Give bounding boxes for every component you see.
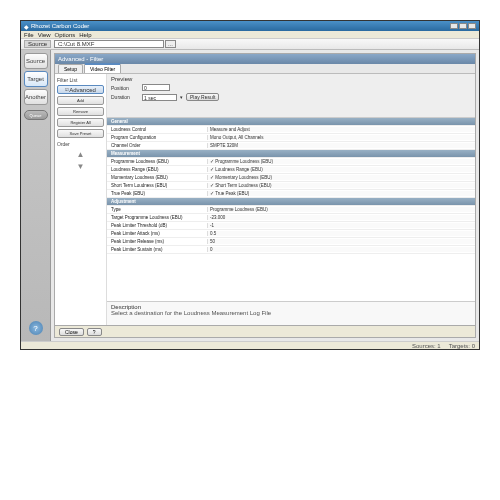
duration-dropdown-icon[interactable]: ▾ — [180, 94, 183, 100]
grid-key: Short Term Loudness (EBU) — [107, 183, 207, 188]
grid-key: Measurement — [107, 151, 207, 156]
duration-select[interactable]: 1 sec — [142, 94, 177, 101]
grid-section-header[interactable]: Adjustment — [107, 198, 475, 206]
menu-file[interactable]: File — [24, 32, 34, 38]
order-up-button[interactable]: ▲ — [57, 149, 104, 159]
grid-row[interactable]: Loudness Range (EBU)✓ Loudness Range (EB… — [107, 166, 475, 174]
status-targets: Targets: 0 — [449, 343, 475, 349]
description-text: Select a destination for the Loudness Me… — [111, 310, 471, 316]
status-sources: Sources: 1 — [412, 343, 441, 349]
queue-button[interactable]: Queue — [24, 110, 48, 120]
grid-key: True Peak (EBU) — [107, 191, 207, 196]
add-button[interactable]: Add — [57, 96, 104, 105]
grid-key: Loudness Range (EBU) — [107, 167, 207, 172]
help-button[interactable]: ? — [87, 328, 102, 336]
grid-value[interactable]: Mono Output, All Channels — [207, 135, 475, 140]
grid-key: General — [107, 119, 207, 124]
filter-list-label: Filter List — [57, 77, 104, 83]
grid-row[interactable]: Peak Limiter Attack (ms)0.5 — [107, 230, 475, 238]
window-title: Rhozet Carbon Coder — [31, 23, 89, 29]
order-label: Order — [57, 141, 104, 147]
status-bar: Sources: 1 Targets: 0 — [21, 341, 479, 349]
title-bar: ◆ Rhozet Carbon Coder — [21, 21, 479, 31]
grid-row[interactable]: Programme Loudness (EBU)✓ Programme Loud… — [107, 158, 475, 166]
minimize-button[interactable] — [450, 23, 458, 29]
grid-key: Program Configuration — [107, 135, 207, 140]
tab-video-filter[interactable]: Video Filter — [84, 63, 121, 73]
grid-section-header[interactable]: General — [107, 118, 475, 126]
grid-key: Peak Limiter Sustain (ms) — [107, 247, 207, 252]
grid-row[interactable]: Peak Limiter Sustain (ms)0 — [107, 246, 475, 254]
grid-value[interactable]: Programme Loudness (EBU) — [207, 207, 475, 212]
grid-value[interactable]: 50 — [207, 239, 475, 244]
main-panel: Advanced - Filter Setup Video Filter Fil… — [54, 53, 476, 338]
grid-value[interactable]: ✓ Loudness Range (EBU) — [207, 167, 475, 172]
grid-row[interactable]: Short Term Loudness (EBU)✓ Short Term Lo… — [107, 182, 475, 190]
position-label: Position — [111, 85, 139, 91]
register-all-button[interactable]: Register All — [57, 118, 104, 127]
position-input[interactable]: 0 — [142, 84, 170, 91]
left-column: Filter List ☑ Advanced Add Remove Regist… — [55, 74, 107, 325]
grid-value[interactable]: SMPTE 320M — [207, 143, 475, 148]
save-preset-button[interactable]: Save Preset — [57, 129, 104, 138]
source-label: Source — [24, 40, 51, 48]
grid-key: Loudness Control — [107, 127, 207, 132]
close-button[interactable]: Close — [59, 328, 84, 336]
grid-value[interactable]: -1 — [207, 223, 475, 228]
property-grid: GeneralLoudness ControlMeasure and Adjus… — [107, 118, 475, 301]
menu-view[interactable]: View — [38, 32, 51, 38]
order-down-button[interactable]: ▼ — [57, 161, 104, 171]
tab-setup[interactable]: Setup — [58, 64, 83, 73]
help-icon[interactable]: ? — [29, 321, 43, 335]
duration-label: Duration — [111, 94, 139, 100]
preview-zone: Preview Position 0 Duration 1 sec ▾ Play… — [107, 74, 475, 118]
bottom-row: Close ? — [55, 325, 475, 337]
advanced-toggle[interactable]: ☑ Advanced — [57, 85, 104, 94]
grid-row[interactable]: Loudness ControlMeasure and Adjust — [107, 126, 475, 134]
tab-row: Setup Video Filter — [55, 64, 475, 74]
app-window: ◆ Rhozet Carbon Coder File View Options … — [20, 20, 480, 350]
grid-row[interactable]: Peak Limiter Release (ms)50 — [107, 238, 475, 246]
grid-row[interactable]: Momentary Loudness (EBU)✓ Momentary Loud… — [107, 174, 475, 182]
grid-value[interactable]: ✓ Short Term Loudness (EBU) — [207, 183, 475, 188]
grid-key: Peak Limiter Threshold (dB) — [107, 223, 207, 228]
menu-options[interactable]: Options — [55, 32, 76, 38]
grid-value[interactable]: Measure and Adjust — [207, 127, 475, 132]
grid-row[interactable]: True Peak (EBU)✓ True Peak (EBU) — [107, 190, 475, 198]
grid-row[interactable]: TypeProgramme Loudness (EBU) — [107, 206, 475, 214]
play-result-button[interactable]: Play Result — [186, 93, 219, 101]
menu-bar: File View Options Help — [21, 31, 479, 38]
grid-key: Target Programme Loudness (EBU) — [107, 215, 207, 220]
close-window-button[interactable] — [468, 23, 476, 29]
grid-value[interactable]: ✓ Momentary Loudness (EBU) — [207, 175, 475, 180]
grid-key: Peak Limiter Release (ms) — [107, 239, 207, 244]
grid-key: Programme Loudness (EBU) — [107, 159, 207, 164]
sidebar-other[interactable]: Another — [24, 89, 48, 105]
app-icon: ◆ — [24, 23, 29, 30]
source-path-input[interactable]: C:\Cut 8.MXF — [54, 40, 164, 48]
sidebar-target[interactable]: Target — [24, 71, 48, 87]
toolbar: Source C:\Cut 8.MXF ... — [21, 38, 479, 50]
grid-value[interactable]: 0 — [207, 247, 475, 252]
grid-key: Adjustment — [107, 199, 207, 204]
sidebar-source[interactable]: Source — [24, 53, 48, 69]
grid-key: Type — [107, 207, 207, 212]
remove-button[interactable]: Remove — [57, 107, 104, 116]
grid-value[interactable]: -23.000 — [207, 215, 475, 220]
grid-key: Momentary Loudness (EBU) — [107, 175, 207, 180]
grid-value[interactable]: 0.5 — [207, 231, 475, 236]
description-zone: Description Select a destination for the… — [107, 301, 475, 325]
grid-section-header[interactable]: Measurement — [107, 150, 475, 158]
grid-key: Channel Order — [107, 143, 207, 148]
grid-row[interactable]: Program ConfigurationMono Output, All Ch… — [107, 134, 475, 142]
menu-help[interactable]: Help — [79, 32, 91, 38]
grid-row[interactable]: Target Programme Loudness (EBU)-23.000 — [107, 214, 475, 222]
preview-title: Preview — [111, 76, 471, 82]
grid-value[interactable]: ✓ True Peak (EBU) — [207, 191, 475, 196]
browse-button[interactable]: ... — [165, 40, 176, 48]
sidebar: Source Target Another Queue ? — [21, 50, 51, 341]
grid-row[interactable]: Peak Limiter Threshold (dB)-1 — [107, 222, 475, 230]
maximize-button[interactable] — [459, 23, 467, 29]
grid-value[interactable]: ✓ Programme Loudness (EBU) — [207, 159, 475, 164]
grid-row[interactable]: Channel OrderSMPTE 320M — [107, 142, 475, 150]
